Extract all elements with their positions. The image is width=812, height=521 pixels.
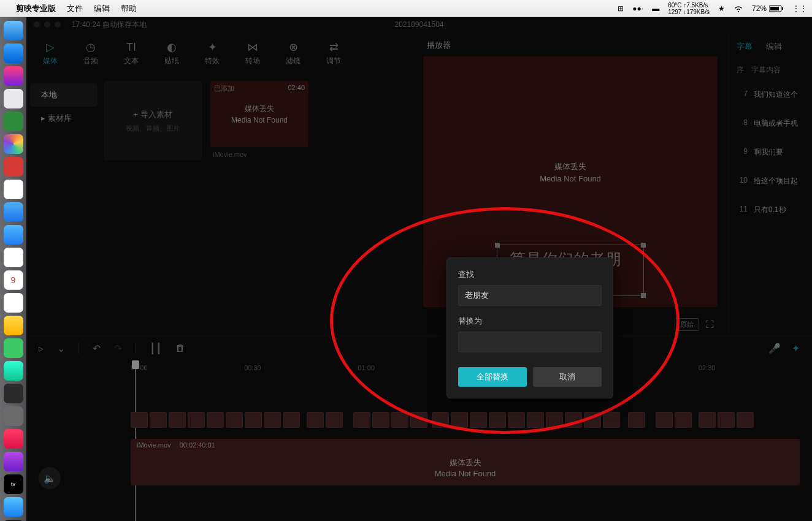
dock-safari[interactable] <box>4 44 23 63</box>
find-replace-dialog: 查找 替换为 全部替换 取消 <box>446 257 613 398</box>
effect-icon: ✦ <box>208 40 217 54</box>
sticker-icon: ◐ <box>167 40 177 54</box>
sidebar-item-library[interactable]: ▸ 素材库 <box>30 107 98 130</box>
window-titlebar: 17:40:24 自动保存本地 202109041504 <box>26 17 812 32</box>
find-input[interactable] <box>458 285 602 306</box>
tab-adjust[interactable]: ⇄ 调节 <box>313 40 354 66</box>
status-display-icon[interactable]: ▬ <box>652 4 659 13</box>
tab-subtitle-edit[interactable]: 编辑 <box>766 41 782 52</box>
dock-android[interactable] <box>4 112 23 131</box>
tab-text[interactable]: TI 文本 <box>111 40 151 66</box>
playhead[interactable] <box>132 360 139 369</box>
menu-help[interactable]: 帮助 <box>121 3 137 14</box>
tab-media[interactable]: ▷ 媒体 <box>30 40 71 66</box>
subtitle-row: 9啊我们要 <box>729 138 808 167</box>
timecode-ruler[interactable]: 00:00 00:30 01:00 01:30 02:00 02:30 <box>26 360 812 375</box>
subtitle-row: 10给这个项目起 <box>729 167 808 196</box>
subtitle-row: 11只有0.1秒 <box>729 196 808 224</box>
redo-icon[interactable]: ↷ <box>114 343 122 354</box>
subtitle-track[interactable] <box>69 412 800 428</box>
resize-handle-tr[interactable] <box>641 243 646 248</box>
replace-input[interactable] <box>458 332 602 352</box>
track-mute-button[interactable]: 🔈 <box>39 467 61 489</box>
select-dropdown-icon[interactable]: ⌄ <box>57 343 65 354</box>
player-error-text: 媒体丢失 Media Not Found <box>540 161 601 184</box>
filter-icon: ⊗ <box>289 40 298 54</box>
dock-app3[interactable] <box>4 66 23 86</box>
video-track-clip[interactable]: iMovie.mov 00:02:40:01 媒体丢失 Media Not Fo… <box>131 439 800 485</box>
undo-icon[interactable]: ↶ <box>93 343 101 354</box>
tab-subtitle[interactable]: 字幕 <box>737 41 753 52</box>
col-content: 字幕内容 <box>751 65 781 75</box>
traffic-light-close[interactable] <box>34 21 40 28</box>
select-tool-icon[interactable]: ▹ <box>39 343 44 354</box>
macos-menubar: 剪映专业版 文件 编辑 帮助 ⊞ ●●· ▬ 60°C ↑7.5KB/s 129… <box>0 0 812 17</box>
auto-subtitle-icon[interactable]: ✦ <box>792 343 800 354</box>
replace-all-button[interactable]: 全部替换 <box>458 367 527 387</box>
menu-edit[interactable]: 编辑 <box>94 3 110 14</box>
dock-podcasts[interactable] <box>4 452 23 471</box>
dock-safari2[interactable] <box>4 202 23 222</box>
menu-file[interactable]: 文件 <box>67 3 83 14</box>
svg-rect-2 <box>770 7 779 10</box>
dock-chrome[interactable] <box>4 134 23 154</box>
category-tabs: ▷ 媒体 ◷ 音频 TI 文本 ◐ 贴纸 ✦ 特效 <box>30 34 412 72</box>
app-window: 17:40:24 自动保存本地 202109041504 ▷ 媒体 ◷ 音频 T… <box>26 17 812 521</box>
clip-filename: iMovie.mov <box>137 441 171 449</box>
tab-sticker[interactable]: ◐ 贴纸 <box>151 40 192 66</box>
status-grid-icon[interactable]: ⊞ <box>618 4 624 13</box>
dock-wechat[interactable] <box>4 361 23 381</box>
media-duration: 02:40 <box>288 84 305 91</box>
resize-handle-tl[interactable] <box>495 243 500 248</box>
adjust-icon: ⇄ <box>329 40 339 54</box>
resize-handle-br[interactable] <box>641 293 646 298</box>
tab-filter[interactable]: ⊗ 滤镜 <box>273 40 313 66</box>
dock-app7[interactable] <box>4 157 23 177</box>
dock-notes[interactable] <box>4 248 23 267</box>
transition-icon: ⋈ <box>247 40 258 54</box>
status-control-icon[interactable]: ⋮⋮ <box>792 4 807 13</box>
traffic-light-minimize[interactable] <box>44 21 50 28</box>
import-media-button[interactable]: + 导入素材 视频、音频、图片 <box>104 81 202 161</box>
dock-appstore[interactable] <box>4 497 23 517</box>
player-header: 播放器 <box>417 34 724 56</box>
dock-finder[interactable] <box>4 21 23 40</box>
subtitle-list[interactable]: 7我们知道这个 8电脑或者手机 9啊我们要 10给这个项目起 11只有0.1秒 <box>729 80 808 224</box>
dock-terminal[interactable] <box>4 384 23 403</box>
media-item[interactable]: 已添加 02:40 媒体丢失 Media Not Found iMovie.mo… <box>210 81 308 327</box>
subtitle-row: 7我们知道这个 <box>729 80 808 109</box>
tab-audio[interactable]: ◷ 音频 <box>71 40 111 66</box>
dock-app8[interactable] <box>4 180 23 199</box>
menubar-app-name[interactable]: 剪映专业版 <box>16 3 56 14</box>
cancel-button[interactable]: 取消 <box>533 367 602 387</box>
sidebar-item-local[interactable]: 本地 <box>30 83 98 107</box>
subtitle-list-panel: 字幕 编辑 序 字幕内容 7我们知道这个 8电脑或者手机 9啊我们要 10给这个… <box>729 34 808 335</box>
split-icon[interactable]: ┃┃ <box>150 343 162 354</box>
project-id: 202109041504 <box>394 20 443 29</box>
dock-mail[interactable] <box>4 225 23 245</box>
media-filename: iMovie.mov <box>210 151 308 158</box>
delete-icon[interactable]: 🗑 <box>175 343 185 354</box>
traffic-light-zoom[interactable] <box>55 21 61 28</box>
status-star-icon[interactable]: ★ <box>718 4 725 13</box>
dock-music[interactable] <box>4 429 23 449</box>
dock-stocks[interactable] <box>4 316 23 335</box>
mic-icon[interactable]: 🎤 <box>768 343 781 354</box>
subtitle-clip[interactable] <box>131 412 148 428</box>
status-battery[interactable]: 72% <box>752 4 784 13</box>
tab-effect[interactable]: ✦ 特效 <box>192 40 232 66</box>
subtitle-row: 8电脑或者手机 <box>729 109 808 138</box>
tab-transition[interactable]: ⋈ 转场 <box>232 40 273 66</box>
dock-launchpad[interactable] <box>4 89 23 108</box>
dock-settings[interactable] <box>4 406 23 426</box>
status-wifi-icon[interactable] <box>733 5 743 12</box>
status-network: 60°C ↑7.5KB/s 1297 ↓179KB/s <box>668 2 710 15</box>
dock-photos[interactable] <box>4 293 23 313</box>
col-index: 序 <box>737 65 744 75</box>
dock-messages[interactable] <box>4 338 23 358</box>
media-sidebar: 本地 ▸ 素材库 <box>30 72 98 335</box>
status-dots-icon[interactable]: ●●· <box>632 4 643 13</box>
fullscreen-icon[interactable]: ⛶ <box>705 319 714 329</box>
find-label: 查找 <box>458 269 602 280</box>
aspect-ratio-button[interactable]: 原始 <box>675 318 699 331</box>
